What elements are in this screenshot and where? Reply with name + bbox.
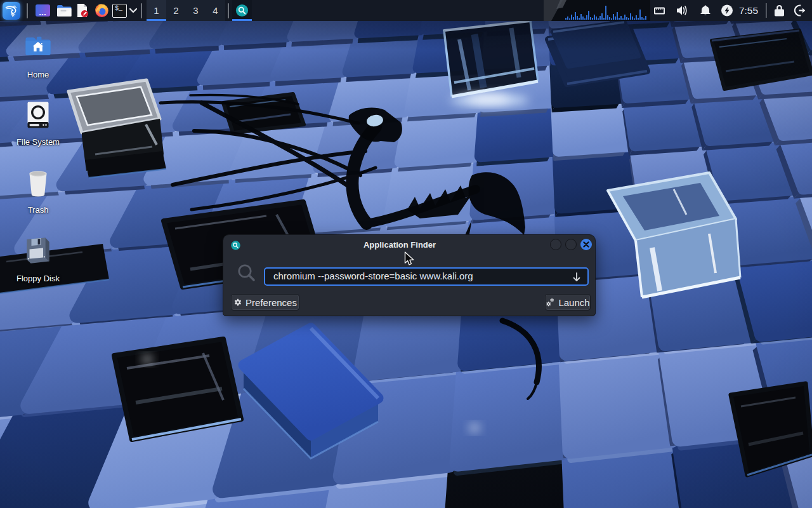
svg-text:7:55: 7:55	[739, 5, 758, 16]
